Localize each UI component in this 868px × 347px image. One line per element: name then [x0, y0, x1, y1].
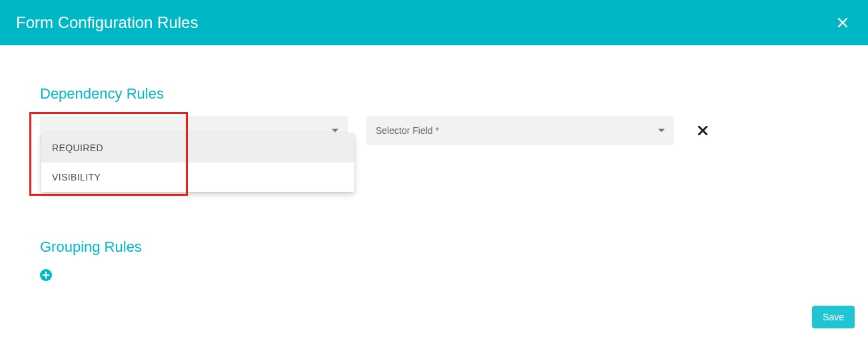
rule-type-option-required[interactable]: REQUIRED [41, 133, 354, 163]
rule-type-option-visibility[interactable]: VISIBILITY [41, 163, 354, 192]
add-grouping-rule-button[interactable] [40, 269, 52, 281]
remove-rule-button[interactable] [693, 116, 713, 145]
close-button[interactable] [833, 13, 852, 32]
grouping-rules-title: Grouping Rules [40, 238, 828, 256]
modal-header: Form Configuration Rules [0, 0, 868, 45]
modal-title: Form Configuration Rules [16, 13, 198, 32]
selector-field-select[interactable]: Selector Field * [366, 116, 674, 145]
grouping-rules-section: Grouping Rules [40, 238, 828, 281]
selector-field-placeholder: Selector Field * [376, 125, 439, 136]
remove-icon [698, 126, 707, 135]
rule-type-dropdown-menu: REQUIRED VISIBILITY [41, 133, 354, 192]
chevron-down-icon [332, 129, 338, 133]
plus-circle-icon [40, 269, 52, 281]
save-button[interactable]: Save [812, 306, 855, 328]
dependency-rules-title: Dependency Rules [40, 85, 828, 103]
close-icon [837, 17, 848, 28]
chevron-down-icon [658, 129, 665, 133]
